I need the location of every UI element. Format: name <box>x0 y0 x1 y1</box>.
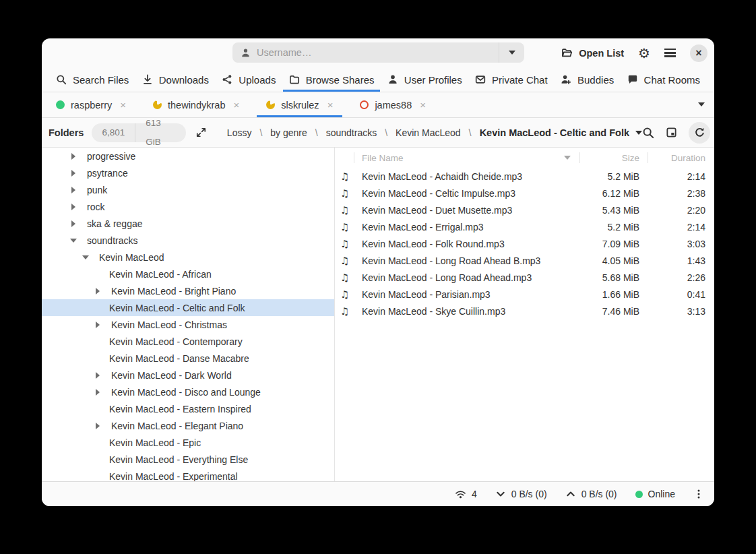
main-tab[interactable]: Buddies <box>555 67 620 92</box>
folder-tree-row[interactable]: Kevin MacLeod - Epic <box>42 434 334 451</box>
file-row[interactable]: ♫ Kevin MacLeod - Achaidh Cheide.mp3 5.2… <box>335 168 714 185</box>
person-icon <box>241 48 251 58</box>
tree-expander-icon[interactable] <box>96 389 100 396</box>
tab-close-icon[interactable]: × <box>327 100 334 110</box>
tree-expander-icon[interactable] <box>70 239 77 243</box>
connections-indicator[interactable]: 4 <box>455 489 477 500</box>
user-tabs-overflow-button[interactable] <box>698 92 705 116</box>
main-tab[interactable]: Downloads <box>136 67 215 92</box>
main-tab[interactable]: Browse Shares <box>283 67 381 92</box>
folder-tree-row[interactable]: soundtracks <box>42 232 334 249</box>
folder-tree-row[interactable]: Kevin MacLeod - Everything Else <box>42 451 334 468</box>
folder-tree-row[interactable]: Kevin MacLeod - Danse Macabre <box>42 350 334 367</box>
file-name: Kevin MacLeod - Celtic Impulse.mp3 <box>354 188 580 199</box>
file-row[interactable]: ♫ Kevin MacLeod - Duet Musette.mp3 5.43 … <box>335 202 714 218</box>
folder-tree-row[interactable]: Kevin MacLeod <box>42 249 334 266</box>
tree-expander-icon[interactable] <box>71 187 75 193</box>
folders-toolbar: Folders 6,801 613 GiB Lossyby genresound… <box>42 118 714 148</box>
duration-column-header[interactable]: Duration <box>648 148 714 168</box>
tree-expander-icon[interactable] <box>96 423 100 429</box>
save-list-button[interactable] <box>666 127 677 138</box>
expand-all-button[interactable] <box>195 127 207 138</box>
file-name: Kevin MacLeod - Folk Round.mp3 <box>354 239 580 249</box>
folder-tree-row[interactable]: Kevin MacLeod - Dark World <box>42 367 334 383</box>
user-tab[interactable]: thewindykrab × <box>144 92 249 117</box>
username-input[interactable] <box>257 47 499 58</box>
size-column-header[interactable]: Size <box>580 148 648 168</box>
file-size: 7.46 MiB <box>580 306 648 317</box>
file-row[interactable]: ♫ Kevin MacLeod - Long Road Ahead B.mp3 … <box>335 252 714 269</box>
folder-tree-row[interactable]: Kevin MacLeod - Christmas <box>42 316 334 333</box>
main-tab[interactable]: Uploads <box>216 67 282 92</box>
main-tab-bar: Search Files Downloads Uploads Browse Sh… <box>42 67 714 92</box>
file-row[interactable]: ♫ Kevin MacLeod - Folk Round.mp3 7.09 Mi… <box>335 235 714 252</box>
breadcrumb-item[interactable]: Kevin MacLeod <box>377 127 460 138</box>
tree-expander-icon[interactable] <box>96 372 100 379</box>
status-menu-button[interactable] <box>693 489 704 499</box>
username-dropdown-button[interactable] <box>499 42 524 63</box>
main-tab[interactable]: Private Chat <box>469 67 554 92</box>
main-tab[interactable]: Search Files <box>50 67 135 92</box>
gear-icon[interactable]: ⚙ <box>638 47 650 60</box>
download-rate-indicator[interactable]: 0 B/s (0) <box>495 489 547 499</box>
tree-expander-icon[interactable] <box>96 321 100 328</box>
breadcrumb-item[interactable]: Kevin MacLeod - Celtic and Folk <box>461 127 629 138</box>
file-row[interactable]: ♫ Kevin MacLeod - Errigal.mp3 5.2 MiB 2:… <box>335 218 714 235</box>
file-duration: 2:14 <box>648 222 714 233</box>
folder-tree-row[interactable]: Kevin MacLeod - African <box>42 266 334 282</box>
tree-expander-icon[interactable] <box>82 255 89 259</box>
tab-close-icon[interactable]: × <box>120 100 126 110</box>
username-entry[interactable] <box>232 42 499 63</box>
user-tab[interactable]: slskrulez × <box>257 92 342 117</box>
folder-tree-row[interactable]: Kevin MacLeod - Contemporary <box>42 333 334 350</box>
breadcrumb-item[interactable]: Lossy <box>227 127 252 138</box>
download-rate: 0 B/s (0) <box>511 489 547 499</box>
folder-tree-row[interactable]: progressive <box>42 148 334 164</box>
tree-expander-icon[interactable] <box>71 204 75 210</box>
folder-name: soundtracks <box>87 235 137 246</box>
folder-tree-row[interactable]: Kevin MacLeod - Experimental <box>42 468 334 481</box>
upload-rate-indicator[interactable]: 0 B/s (0) <box>565 489 617 499</box>
folder-tree-row[interactable]: ska & reggae <box>42 215 334 232</box>
refresh-button[interactable] <box>689 122 710 144</box>
folder-tree-row[interactable]: Kevin MacLeod - Bright Piano <box>42 282 334 299</box>
breadcrumb-item[interactable]: by genre <box>251 127 307 138</box>
file-row[interactable]: ♫ Kevin MacLeod - Celtic Impulse.mp3 6.1… <box>335 185 714 202</box>
file-row[interactable]: ♫ Kevin MacLeod - Long Road Ahead.mp3 5.… <box>335 269 714 286</box>
breadcrumb-dropdown-icon[interactable] <box>635 131 642 135</box>
main-tab[interactable]: User Profiles <box>381 67 468 92</box>
online-status-icon <box>635 491 643 498</box>
folder-tree-row[interactable]: punk <box>42 181 334 198</box>
music-note-icon: ♫ <box>335 306 354 317</box>
user-tab[interactable]: james88 × <box>350 92 435 117</box>
file-name-column-header[interactable]: File Name <box>354 148 580 168</box>
tree-expander-icon[interactable] <box>71 153 75 160</box>
online-status-indicator[interactable]: Online <box>635 489 675 499</box>
breadcrumb: Lossyby genresoundtracksKevin MacLeodKev… <box>227 127 629 138</box>
folder-tree-row[interactable]: Kevin MacLeod - Elegant Piano <box>42 417 334 434</box>
folder-name: Kevin MacLeod - Elegant Piano <box>111 421 243 431</box>
user-tab[interactable]: raspberry × <box>46 92 135 117</box>
folder-tree-row[interactable]: Kevin MacLeod - Disco and Lounge <box>42 383 334 400</box>
open-list-button[interactable]: Open List <box>561 47 624 59</box>
tree-expander-icon[interactable] <box>96 288 100 295</box>
file-row[interactable]: ♫ Kevin MacLeod - Skye Cuillin.mp3 7.46 … <box>335 303 714 319</box>
tree-expander-icon[interactable] <box>71 220 75 227</box>
tree-expander-icon[interactable] <box>71 170 75 177</box>
tab-close-icon[interactable]: × <box>420 100 426 110</box>
hamburger-menu-icon[interactable] <box>664 49 676 57</box>
folder-name: psytrance <box>87 168 128 179</box>
main-tab[interactable]: Chat Rooms <box>621 67 706 92</box>
file-row[interactable]: ♫ Kevin MacLeod - Parisian.mp3 1.66 MiB … <box>335 286 714 303</box>
folder-tree-row[interactable]: psytrance <box>42 164 334 181</box>
tab-label: Search Files <box>73 74 129 86</box>
search-files-button[interactable] <box>642 127 654 139</box>
username-combo <box>232 42 524 63</box>
close-button[interactable]: × <box>690 44 707 62</box>
tab-close-icon[interactable]: × <box>233 100 239 110</box>
folder-tree-row[interactable]: Kevin MacLeod - Eastern Inspired <box>42 400 334 417</box>
folder-tree-row[interactable]: Kevin MacLeod - Celtic and Folk <box>42 299 334 316</box>
breadcrumb-item[interactable]: soundtracks <box>307 127 377 138</box>
folder-name: Kevin MacLeod - Everything Else <box>109 454 248 465</box>
folder-tree-row[interactable]: rock <box>42 198 334 215</box>
